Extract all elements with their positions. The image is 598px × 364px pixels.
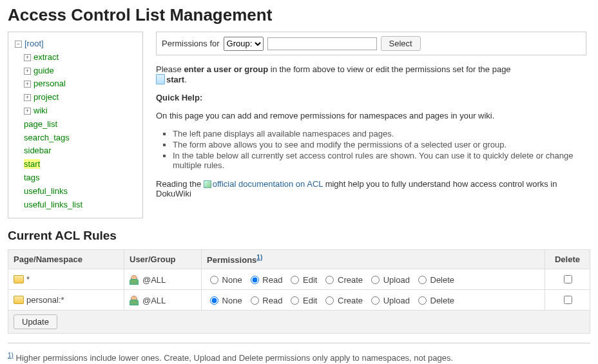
perm-radio-delete[interactable]	[418, 296, 427, 305]
quick-help-lead: On this page you can add and remove perm…	[156, 111, 586, 120]
help-item-0: The left pane displays all available nam…	[173, 129, 586, 139]
tree-page-sidebar[interactable]: sidebar	[24, 146, 52, 155]
tree-page-tags[interactable]: tags	[24, 173, 40, 182]
update-button[interactable]: Update	[14, 314, 57, 329]
delete-checkbox[interactable]	[564, 296, 572, 304]
perm-radio-read[interactable]	[251, 276, 259, 284]
tree-namespace-guide[interactable]: guide	[34, 66, 54, 75]
intro-text: Please enter a user or group in the form…	[156, 64, 586, 84]
perm-type-select[interactable]: Group:	[224, 37, 264, 51]
intro-period: .	[184, 75, 187, 84]
col-delete: Delete	[545, 250, 590, 269]
expand-icon[interactable]: +	[24, 68, 31, 75]
divider	[8, 343, 590, 343]
perm-radio-upload[interactable]	[371, 296, 380, 305]
perm-option-edit[interactable]: Edit	[287, 296, 317, 305]
perm-option-delete[interactable]: Delete	[415, 275, 454, 285]
namespace-tree: −[root]+extract+guide+personal+project+w…	[8, 32, 143, 218]
folder-icon	[14, 275, 24, 283]
perm-option-create[interactable]: Create	[322, 296, 363, 305]
group-icon	[130, 295, 140, 305]
page-title: Access Control List Management	[8, 5, 590, 25]
perm-option-none[interactable]: None	[207, 275, 242, 285]
perm-option-edit[interactable]: Edit	[287, 275, 317, 285]
expand-icon[interactable]: +	[24, 108, 31, 115]
rule-user: @ALL	[142, 296, 166, 305]
perm-form-label: Permissions for	[162, 39, 220, 48]
expand-icon[interactable]: +	[24, 54, 31, 61]
footnote-marker[interactable]: 1)	[8, 352, 14, 359]
perm-option-upload[interactable]: Upload	[368, 296, 410, 305]
perm-radio-upload[interactable]	[371, 276, 380, 284]
intro-page-name: start	[166, 75, 184, 84]
page-icon	[156, 74, 165, 84]
perm-option-create[interactable]: Create	[322, 275, 363, 285]
col-perm-label: Permissions	[207, 255, 256, 265]
perm-name-input[interactable]	[267, 37, 377, 50]
acl-info-panel[interactable]: Permissions for Group: Select Please ent…	[156, 32, 590, 225]
select-button[interactable]: Select	[381, 36, 421, 51]
perm-option-read[interactable]: Read	[247, 275, 283, 285]
footnote-text: Higher permissions include lower ones. C…	[14, 354, 453, 363]
perm-radio-none[interactable]	[210, 296, 218, 305]
expand-icon[interactable]: +	[24, 94, 31, 101]
tree-page-search_tags[interactable]: search_tags	[24, 133, 70, 142]
delete-checkbox[interactable]	[564, 275, 572, 283]
tree-page-useful_links[interactable]: useful_links	[24, 186, 68, 196]
acl-rules-table: Page/Namespace User/Group Permissions1) …	[8, 249, 590, 334]
col-permissions: Permissions1)	[202, 250, 545, 269]
group-icon	[130, 274, 140, 285]
rule-user: @ALL	[142, 275, 166, 285]
intro-prefix: Please	[156, 64, 184, 74]
perm-radio-edit[interactable]	[291, 276, 299, 284]
expand-icon[interactable]: +	[24, 81, 31, 88]
tree-root-link[interactable]: [root]	[24, 39, 44, 48]
quick-help-list: The left pane displays all available nam…	[159, 129, 586, 170]
footnote: 1) Higher permissions include lower ones…	[8, 352, 590, 363]
perm-option-none[interactable]: None	[207, 296, 242, 305]
collapse-icon[interactable]: −	[15, 41, 22, 48]
tree-page-start[interactable]: start	[24, 159, 40, 169]
reading-note: Reading the official documentation on AC…	[156, 179, 586, 198]
table-row: personal:*@ALL None Read Edit Create Upl…	[8, 290, 590, 311]
tree-namespace-extract[interactable]: extract	[34, 52, 59, 62]
perm-radio-create[interactable]	[325, 296, 334, 305]
rule-page: personal:*	[26, 295, 64, 305]
rule-page: *	[26, 274, 30, 284]
intro-suffix: in the form above to view or edit the pe…	[268, 64, 510, 74]
tree-namespace-project[interactable]: project	[34, 92, 59, 102]
perm-option-delete[interactable]: Delete	[415, 296, 454, 305]
perm-option-read[interactable]: Read	[247, 296, 283, 305]
permission-form: Permissions for Group: Select	[156, 32, 586, 55]
perm-radio-read[interactable]	[251, 296, 259, 305]
perm-radio-none[interactable]	[210, 276, 218, 284]
reading-prefix: Reading the	[156, 179, 204, 189]
intro-bold: enter a user or group	[184, 64, 268, 74]
external-link-icon	[204, 180, 211, 188]
tree-page-useful_links_list[interactable]: useful_links_list	[24, 200, 82, 209]
acl-doc-link[interactable]: official documentation on ACL	[213, 179, 323, 189]
perm-radio-delete[interactable]	[418, 276, 427, 284]
help-item-2: In the table below all currently set acc…	[173, 151, 586, 170]
table-row: *@ALL None Read Edit Create Upload Delet…	[8, 269, 590, 290]
quick-help-heading: Quick Help:	[156, 93, 202, 102]
perm-option-upload[interactable]: Upload	[368, 275, 410, 285]
col-user: User/Group	[124, 250, 202, 269]
current-rules-heading: Current ACL Rules	[8, 229, 590, 243]
tree-namespace-personal[interactable]: personal	[34, 79, 66, 88]
help-item-1: The form above allows you to see and mod…	[173, 140, 586, 149]
tree-page-page_list[interactable]: page_list	[24, 119, 57, 129]
perm-footnote-link[interactable]: 1)	[256, 254, 262, 261]
perm-radio-edit[interactable]	[291, 296, 299, 305]
col-page: Page/Namespace	[8, 250, 124, 269]
folder-icon	[14, 296, 24, 304]
perm-radio-create[interactable]	[325, 276, 334, 284]
tree-namespace-wiki[interactable]: wiki	[34, 106, 48, 115]
